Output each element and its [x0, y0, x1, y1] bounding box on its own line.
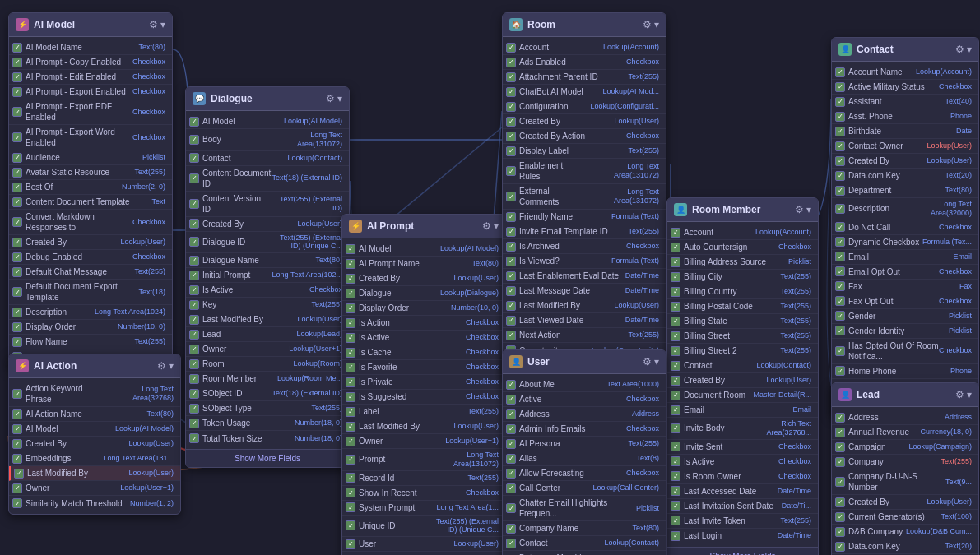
field-checkbox[interactable]	[346, 348, 355, 358]
field-row[interactable]: Data.com Key Text(20)	[832, 169, 978, 183]
field-checkbox[interactable]	[12, 454, 22, 464]
field-row[interactable]: Alias Text(8)	[503, 451, 666, 466]
field-checkbox[interactable]	[671, 486, 680, 496]
field-row[interactable]: Active Military Status Checkbox	[832, 80, 978, 95]
field-row[interactable]: Room Lookup(Room)	[186, 357, 349, 372]
field-checkbox[interactable]	[346, 473, 355, 483]
field-checkbox[interactable]	[189, 237, 199, 247]
field-row[interactable]: Created By Lookup(User)	[667, 373, 818, 388]
field-row[interactable]: Created By Lookup(User)	[832, 154, 978, 169]
field-checkbox[interactable]	[189, 359, 199, 369]
field-row[interactable]: Address Address	[832, 410, 978, 425]
field-row[interactable]: About Me Text Area(1000)	[503, 377, 666, 392]
field-checkbox[interactable]	[506, 132, 516, 141]
field-checkbox[interactable]	[835, 326, 845, 335]
field-row[interactable]: SObject ID Text(18) (External ID)	[186, 386, 349, 401]
field-checkbox[interactable]	[835, 222, 845, 232]
field-checkbox[interactable]	[671, 317, 680, 326]
field-checkbox[interactable]	[12, 252, 22, 262]
field-row[interactable]: AI Prompt - Export Enabled Checkbox	[9, 85, 172, 99]
field-row[interactable]: Initial Prompt Long Text Area(102...	[186, 268, 349, 283]
field-row[interactable]: Token Usage Number(18, 0)	[186, 416, 349, 431]
field-row[interactable]: Auto Countersign Checkbox	[667, 240, 818, 255]
field-row[interactable]: Dialogue Lookup(Dialogue)	[342, 286, 505, 301]
field-checkbox[interactable]	[506, 43, 516, 53]
field-checkbox[interactable]	[506, 72, 516, 82]
field-row[interactable]: Billing Street 2 Text(255)	[667, 344, 818, 358]
field-checkbox[interactable]	[506, 424, 516, 434]
field-row[interactable]: Department Text(80)	[832, 183, 978, 198]
field-row[interactable]: Address Address	[503, 407, 666, 422]
field-row[interactable]: Billing Address Source Picklist	[667, 255, 818, 270]
field-checkbox[interactable]	[671, 243, 680, 252]
field-checkbox[interactable]	[12, 287, 22, 297]
field-row[interactable]: Dialogue ID Text(255) (External ID) (Uni…	[186, 232, 349, 254]
field-row[interactable]: Invite Body Rich Text Area(32768...	[667, 418, 818, 440]
field-checkbox[interactable]	[189, 419, 199, 428]
field-checkbox[interactable]	[671, 302, 680, 312]
field-row[interactable]: Room Member Lookup(Room Me...	[186, 372, 349, 386]
field-checkbox[interactable]	[671, 442, 680, 451]
field-checkbox[interactable]	[506, 117, 516, 127]
field-checkbox[interactable]	[189, 219, 199, 229]
field-checkbox[interactable]	[12, 183, 22, 192]
field-checkbox[interactable]	[506, 257, 516, 266]
field-row[interactable]: Is Active Checkbox	[186, 283, 349, 298]
field-checkbox[interactable]	[12, 43, 22, 53]
field-row[interactable]: Ads Enabled Checkbox	[503, 55, 666, 70]
field-row[interactable]: Is Room Owner Checkbox	[667, 469, 818, 484]
field-checkbox[interactable]	[835, 366, 845, 376]
field-checkbox[interactable]	[506, 102, 516, 112]
field-row[interactable]: Allow Forecasting Checkbox	[503, 466, 666, 481]
field-checkbox[interactable]	[835, 186, 845, 196]
field-checkbox[interactable]	[189, 345, 199, 354]
field-row[interactable]: Invite Email Template ID Text(255)	[503, 224, 666, 239]
field-row[interactable]: Company Name Text(80)	[503, 521, 666, 536]
field-row[interactable]: Billing State Text(255)	[667, 314, 818, 329]
field-row[interactable]: Dynamic Checkbox Formula (Tex...	[832, 235, 978, 250]
field-checkbox[interactable]	[835, 428, 845, 437]
field-row[interactable]: Company Text(255)	[832, 455, 978, 469]
field-checkbox[interactable]	[835, 311, 845, 321]
field-row[interactable]: Asst. Phone Phone	[832, 109, 978, 124]
user-gear[interactable]: ⚙ ▾	[643, 356, 659, 368]
field-row[interactable]: Flow Name Text(255)	[9, 335, 172, 349]
field-row[interactable]: Description Long Text Area(32000)	[832, 198, 978, 220]
field-checkbox[interactable]	[346, 422, 355, 432]
field-checkbox[interactable]	[671, 331, 680, 341]
field-row-is-archived[interactable]: Is Archived Checkbox	[503, 239, 666, 254]
field-row[interactable]: Body Long Text Area(131072)	[186, 129, 349, 151]
field-row[interactable]: AI Persona Text(255)	[503, 437, 666, 451]
field-checkbox[interactable]	[12, 72, 22, 82]
field-row[interactable]: Gender Picklist	[832, 309, 978, 324]
field-checkbox[interactable]	[346, 539, 355, 549]
field-checkbox[interactable]	[835, 266, 845, 276]
field-row[interactable]: Document Room Master-Detail(R...	[667, 388, 818, 403]
field-row[interactable]: User Lookup(User)	[342, 537, 505, 552]
field-row[interactable]: Embeddings Long Text Area(131...	[9, 451, 180, 466]
field-checkbox[interactable]	[12, 107, 22, 117]
field-checkbox[interactable]	[835, 457, 845, 467]
field-row[interactable]: Similarity Match Threshold Number(1, 2)	[9, 496, 180, 511]
room-member-gear[interactable]: ⚙ ▾	[795, 204, 811, 215]
field-checkbox[interactable]	[346, 437, 355, 446]
field-checkbox[interactable]	[346, 363, 355, 372]
field-checkbox[interactable]	[506, 316, 516, 326]
field-checkbox[interactable]	[189, 404, 199, 414]
field-checkbox[interactable]	[835, 252, 845, 261]
field-row[interactable]: Contact Lookup(Contact)	[667, 358, 818, 373]
field-checkbox[interactable]	[12, 58, 22, 67]
field-row[interactable]: Billing Country Text(255)	[667, 284, 818, 299]
field-row[interactable]: Last Enablement Eval Date Date/Time	[503, 269, 666, 284]
field-checkbox[interactable]	[346, 455, 355, 465]
field-row[interactable]: Is Cache Checkbox	[342, 345, 505, 360]
field-checkbox[interactable]	[835, 281, 845, 291]
field-checkbox[interactable]	[835, 112, 845, 122]
contact-gear[interactable]: ⚙ ▾	[955, 44, 972, 55]
field-checkbox[interactable]	[671, 531, 680, 541]
field-checkbox[interactable]	[189, 153, 199, 163]
field-row[interactable]: Email Opt Out Checkbox	[832, 265, 978, 280]
field-row[interactable]: Next Action Text(255)	[503, 328, 666, 343]
field-row[interactable]: Created By Lookup(User)	[503, 114, 666, 129]
field-row[interactable]: Account Name Lookup(Account)	[832, 65, 978, 80]
